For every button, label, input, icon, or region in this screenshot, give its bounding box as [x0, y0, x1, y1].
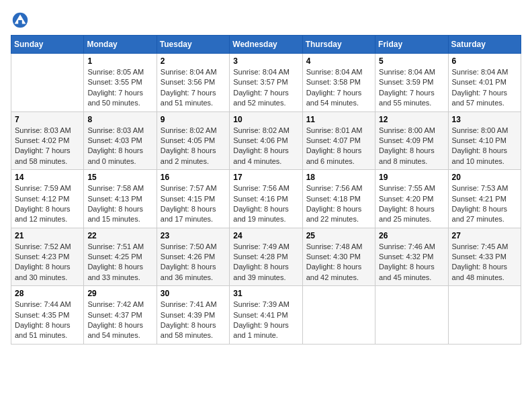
calendar-cell: 8 Sunrise: 8:03 AMSunset: 4:03 PMDayligh… [84, 111, 157, 170]
calendar-cell: 28 Sunrise: 7:44 AMSunset: 4:35 PMDaylig… [11, 286, 84, 345]
day-info: Sunrise: 7:56 AMSunset: 4:16 PMDaylight:… [233, 184, 290, 223]
day-info: Sunrise: 7:59 AMSunset: 4:12 PMDaylight:… [15, 184, 71, 223]
calendar-cell: 22 Sunrise: 7:51 AMSunset: 4:25 PMDaylig… [84, 228, 157, 286]
calendar-cell: 25 Sunrise: 7:48 AMSunset: 4:30 PMDaylig… [302, 228, 375, 286]
calendar-cell: 31 Sunrise: 7:39 AMSunset: 4:41 PMDaylig… [230, 286, 302, 345]
day-info: Sunrise: 7:42 AMSunset: 4:37 PMDaylight:… [87, 300, 144, 339]
day-header-sunday: Sunday [11, 36, 84, 54]
day-number: 30 [161, 289, 226, 298]
calendar-cell: 10 Sunrise: 8:02 AMSunset: 4:06 PMDaylig… [230, 111, 302, 170]
calendar-cell: 5 Sunrise: 8:04 AMSunset: 3:59 PMDayligh… [375, 54, 448, 112]
day-info: Sunrise: 7:56 AMSunset: 4:18 PMDaylight:… [306, 184, 363, 223]
day-number: 16 [161, 173, 226, 182]
day-header-friday: Friday [375, 36, 448, 54]
day-number: 6 [452, 56, 517, 66]
day-number: 21 [15, 231, 80, 240]
day-info: Sunrise: 8:01 AMSunset: 4:07 PMDaylight:… [306, 126, 363, 165]
day-number: 15 [87, 173, 152, 182]
calendar-cell: 13 Sunrise: 8:00 AMSunset: 4:10 PMDaylig… [448, 111, 521, 170]
day-info: Sunrise: 8:00 AMSunset: 4:09 PMDaylight:… [379, 126, 435, 165]
calendar-cell: 15 Sunrise: 7:58 AMSunset: 4:13 PMDaylig… [84, 170, 157, 228]
day-info: Sunrise: 7:44 AMSunset: 4:35 PMDaylight:… [15, 300, 71, 339]
day-number: 3 [233, 56, 298, 66]
calendar-cell: 18 Sunrise: 7:56 AMSunset: 4:18 PMDaylig… [302, 170, 375, 228]
calendar-cell: 11 Sunrise: 8:01 AMSunset: 4:07 PMDaylig… [302, 111, 375, 170]
day-info: Sunrise: 7:48 AMSunset: 4:30 PMDaylight:… [306, 242, 363, 281]
calendar-cell: 12 Sunrise: 8:00 AMSunset: 4:09 PMDaylig… [375, 111, 448, 170]
calendar-header-row: SundayMondayTuesdayWednesdayThursdayFrid… [11, 36, 521, 54]
logo-icon [11, 11, 30, 30]
day-info: Sunrise: 8:04 AMSunset: 3:59 PMDaylight:… [379, 68, 435, 107]
day-header-wednesday: Wednesday [230, 36, 302, 54]
day-info: Sunrise: 8:02 AMSunset: 4:05 PMDaylight:… [161, 126, 217, 165]
day-info: Sunrise: 8:04 AMSunset: 4:01 PMDaylight:… [452, 68, 508, 107]
calendar-cell: 1 Sunrise: 8:05 AMSunset: 3:55 PMDayligh… [84, 54, 157, 112]
calendar-cell: 6 Sunrise: 8:04 AMSunset: 4:01 PMDayligh… [448, 54, 521, 112]
day-number: 19 [379, 173, 444, 182]
calendar-cell: 17 Sunrise: 7:56 AMSunset: 4:16 PMDaylig… [230, 170, 302, 228]
day-number: 20 [452, 173, 517, 182]
calendar-cell: 26 Sunrise: 7:46 AMSunset: 4:32 PMDaylig… [375, 228, 448, 286]
day-number: 18 [306, 173, 371, 182]
calendar-week-5: 28 Sunrise: 7:44 AMSunset: 4:35 PMDaylig… [11, 286, 521, 345]
day-info: Sunrise: 7:45 AMSunset: 4:33 PMDaylight:… [452, 242, 508, 281]
day-number: 9 [161, 115, 226, 124]
day-number: 17 [233, 173, 298, 182]
day-info: Sunrise: 8:05 AMSunset: 3:55 PMDaylight:… [87, 68, 144, 107]
day-info: Sunrise: 8:04 AMSunset: 3:56 PMDaylight:… [161, 68, 217, 107]
day-number: 11 [306, 115, 371, 124]
calendar-cell: 19 Sunrise: 7:55 AMSunset: 4:20 PMDaylig… [375, 170, 448, 228]
day-number: 22 [87, 231, 152, 240]
day-info: Sunrise: 7:41 AMSunset: 4:39 PMDaylight:… [161, 300, 217, 339]
day-number: 25 [306, 231, 371, 240]
day-info: Sunrise: 7:52 AMSunset: 4:23 PMDaylight:… [15, 242, 71, 281]
calendar-cell: 23 Sunrise: 7:50 AMSunset: 4:26 PMDaylig… [157, 228, 229, 286]
day-number: 27 [452, 231, 517, 240]
day-info: Sunrise: 7:53 AMSunset: 4:21 PMDaylight:… [452, 184, 508, 223]
day-info: Sunrise: 7:39 AMSunset: 4:41 PMDaylight:… [233, 300, 290, 339]
day-number: 2 [161, 56, 226, 66]
calendar-cell: 14 Sunrise: 7:59 AMSunset: 4:12 PMDaylig… [11, 170, 84, 228]
calendar-cell: 16 Sunrise: 7:57 AMSunset: 4:15 PMDaylig… [157, 170, 229, 228]
svg-rect-2 [18, 20, 22, 25]
calendar-week-1: 1 Sunrise: 8:05 AMSunset: 3:55 PMDayligh… [11, 54, 521, 112]
day-number: 4 [306, 56, 371, 66]
calendar-cell: 30 Sunrise: 7:41 AMSunset: 4:39 PMDaylig… [157, 286, 229, 345]
day-info: Sunrise: 8:03 AMSunset: 4:02 PMDaylight:… [15, 126, 71, 165]
day-number: 31 [233, 289, 298, 298]
calendar-cell: 24 Sunrise: 7:49 AMSunset: 4:28 PMDaylig… [230, 228, 302, 286]
day-number: 5 [379, 56, 444, 66]
day-number: 7 [15, 115, 80, 124]
day-info: Sunrise: 8:02 AMSunset: 4:06 PMDaylight:… [233, 126, 290, 165]
day-number: 12 [379, 115, 444, 124]
day-header-thursday: Thursday [302, 36, 375, 54]
day-number: 13 [452, 115, 517, 124]
day-number: 14 [15, 173, 80, 182]
day-number: 10 [233, 115, 298, 124]
day-info: Sunrise: 8:04 AMSunset: 3:57 PMDaylight:… [233, 68, 290, 107]
calendar-cell: 27 Sunrise: 7:45 AMSunset: 4:33 PMDaylig… [448, 228, 521, 286]
calendar-cell: 9 Sunrise: 8:02 AMSunset: 4:05 PMDayligh… [157, 111, 229, 170]
calendar-cell: 21 Sunrise: 7:52 AMSunset: 4:23 PMDaylig… [11, 228, 84, 286]
calendar-cell: 3 Sunrise: 8:04 AMSunset: 3:57 PMDayligh… [230, 54, 302, 112]
calendar-cell: 7 Sunrise: 8:03 AMSunset: 4:02 PMDayligh… [11, 111, 84, 170]
day-info: Sunrise: 7:49 AMSunset: 4:28 PMDaylight:… [233, 242, 290, 281]
day-info: Sunrise: 7:46 AMSunset: 4:32 PMDaylight:… [379, 242, 435, 281]
day-info: Sunrise: 8:03 AMSunset: 4:03 PMDaylight:… [87, 126, 144, 165]
day-info: Sunrise: 7:57 AMSunset: 4:15 PMDaylight:… [161, 184, 217, 223]
calendar-cell [375, 286, 448, 345]
day-number: 26 [379, 231, 444, 240]
calendar-cell: 2 Sunrise: 8:04 AMSunset: 3:56 PMDayligh… [157, 54, 229, 112]
header [11, 11, 521, 30]
calendar: SundayMondayTuesdayWednesdayThursdayFrid… [11, 35, 521, 345]
day-number: 29 [87, 289, 152, 298]
calendar-week-2: 7 Sunrise: 8:03 AMSunset: 4:02 PMDayligh… [11, 111, 521, 170]
day-header-monday: Monday [84, 36, 157, 54]
day-number: 1 [87, 56, 152, 66]
calendar-cell [448, 286, 521, 345]
day-info: Sunrise: 8:04 AMSunset: 3:58 PMDaylight:… [306, 68, 363, 107]
day-info: Sunrise: 7:50 AMSunset: 4:26 PMDaylight:… [161, 242, 217, 281]
day-number: 8 [87, 115, 152, 124]
logo [11, 11, 32, 30]
calendar-cell: 20 Sunrise: 7:53 AMSunset: 4:21 PMDaylig… [448, 170, 521, 228]
